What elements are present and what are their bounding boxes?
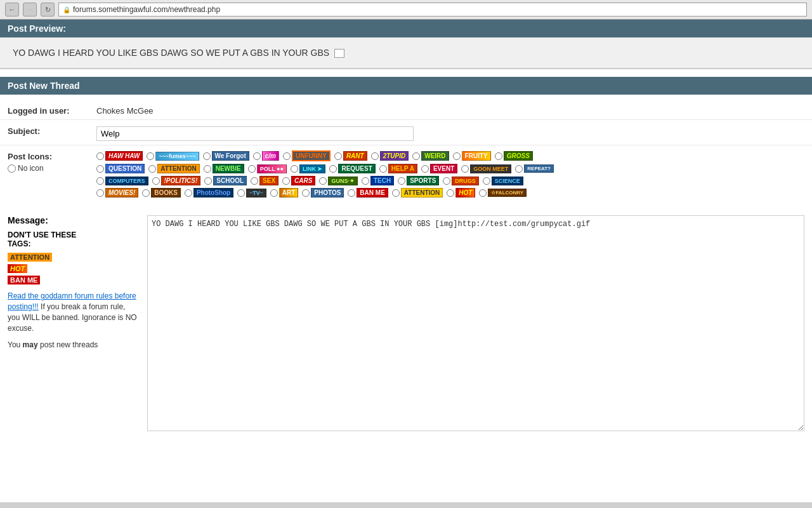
icon-label-photoshop[interactable]: PhotoShop: [193, 188, 233, 197]
icon-label-drugs[interactable]: DRUGS: [452, 177, 479, 185]
message-textarea[interactable]: [147, 215, 804, 431]
icon-radio-guns[interactable]: [319, 177, 327, 185]
icon-item-photoshop: PhotoShop: [185, 188, 233, 197]
icon-label-books[interactable]: BOOKS: [151, 188, 181, 197]
post-icons-label-text: Post Icons:: [8, 152, 52, 161]
icon-label-banme[interactable]: BAN ME: [357, 188, 388, 197]
icon-label-question[interactable]: QUESTION: [105, 164, 145, 173]
icon-radio-link[interactable]: [291, 165, 298, 173]
icon-radio-art[interactable]: [270, 189, 278, 197]
icon-radio-photos[interactable]: [302, 189, 310, 197]
icon-label-weforgot[interactable]: We Forgot: [212, 151, 249, 161]
icon-radio-fruity[interactable]: [453, 152, 461, 160]
icon-label-help[interactable]: HELP A: [388, 164, 417, 173]
icon-radio-politics[interactable]: [152, 177, 160, 185]
url-path: /newthread.php: [167, 5, 220, 14]
icon-item-movies: MOVIES!: [96, 188, 138, 197]
icon-radio-sports[interactable]: [398, 177, 405, 185]
icon-label-photos[interactable]: PHOTOS: [311, 188, 344, 197]
no-icon-radio[interactable]: [8, 164, 16, 173]
icon-radio-science[interactable]: [483, 177, 490, 185]
subject-input[interactable]: [96, 126, 414, 141]
icon-label-sports[interactable]: SPORTS: [407, 176, 439, 185]
icon-label-newbie[interactable]: NEWBIE: [213, 164, 244, 173]
icon-label-fumes[interactable]: ~~~fumes~~~: [155, 152, 199, 161]
icon-label-falconry[interactable]: ☆FALCONRY: [488, 189, 527, 197]
icon-radio-cars[interactable]: [282, 177, 290, 185]
you-may-section: You may post new threads: [8, 340, 140, 351]
icon-radio-drugs[interactable]: [443, 177, 450, 185]
icon-item-haw: HAW HAW: [96, 151, 143, 161]
icon-radio-repeat[interactable]: [515, 165, 523, 173]
icon-label-stupid[interactable]: 2TUPID: [380, 151, 409, 161]
icon-label-poll[interactable]: POLL ●●: [257, 164, 287, 173]
icon-radio-goonmeet[interactable]: [461, 165, 469, 173]
icon-label-fruity[interactable]: FRUITY: [462, 151, 491, 161]
icon-radio-rant[interactable]: [334, 152, 342, 160]
icon-label-gross[interactable]: GROSS: [504, 151, 533, 161]
icon-item-falconry: ☆FALCONRY: [479, 189, 527, 197]
icon-radio-event[interactable]: [421, 165, 429, 173]
icon-radio-tech[interactable]: [362, 177, 369, 185]
icon-radio-poll[interactable]: [248, 165, 256, 173]
icon-radio-request[interactable]: [329, 165, 337, 173]
icon-radio-photoshop[interactable]: [185, 189, 192, 197]
icon-label-science[interactable]: SCIENCE: [492, 177, 523, 185]
icon-radio-unfunny[interactable]: [283, 152, 291, 160]
icon-label-guns[interactable]: GUNS·✦: [328, 177, 358, 185]
address-bar[interactable]: 🔒 forums.somethingawful.com/newthread.ph…: [58, 3, 807, 17]
icon-radio-attention2[interactable]: [392, 189, 400, 197]
icon-label-movies[interactable]: MOVIES!: [105, 188, 138, 197]
icon-radio-banme[interactable]: [348, 189, 355, 197]
icon-label-hot[interactable]: HOT: [455, 188, 475, 197]
icon-item-event: EVENT: [421, 164, 457, 173]
icon-label-school[interactable]: SCHOOL: [213, 176, 247, 185]
icon-label-event[interactable]: EVENT: [430, 164, 457, 173]
icon-label-attention2[interactable]: ATTENTION: [401, 188, 443, 197]
icon-label-goonmeet[interactable]: GOON MEET: [470, 164, 511, 173]
icon-label-rant[interactable]: RANT: [343, 151, 367, 161]
forward-button[interactable]: →: [23, 3, 37, 17]
icon-radio-attention[interactable]: [148, 165, 156, 173]
icon-radio-haw[interactable]: [96, 152, 104, 160]
icon-radio-help[interactable]: [379, 165, 387, 173]
icon-radio-sex[interactable]: [251, 177, 258, 185]
no-icon-label[interactable]: No icon: [8, 164, 96, 173]
back-button[interactable]: ←: [5, 3, 19, 17]
icon-label-unfunny[interactable]: UNFUNNY: [292, 150, 331, 161]
icon-label-cars[interactable]: CARS: [291, 176, 315, 185]
icon-label-computers[interactable]: COMPUTERS: [105, 177, 148, 185]
icon-item-newbie: NEWBIE: [204, 164, 244, 173]
icon-radio-weforgot[interactable]: [203, 152, 211, 160]
icon-label-haw[interactable]: HAW HAW: [105, 151, 143, 161]
icon-radio-tv[interactable]: [237, 189, 245, 197]
subject-value: [96, 124, 804, 141]
icon-radio-hot[interactable]: [447, 189, 454, 197]
icon-label-link[interactable]: LINK ➤: [299, 164, 326, 173]
icon-label-request[interactable]: REQUEST: [338, 164, 375, 173]
icon-radio-cin[interactable]: [253, 152, 261, 160]
icon-radio-stupid[interactable]: [371, 152, 379, 160]
icon-label-weird[interactable]: WEIRD: [421, 151, 449, 161]
icon-item-art: ART: [270, 188, 299, 197]
icon-label-art[interactable]: ART: [279, 188, 299, 197]
icon-radio-gross[interactable]: [495, 152, 502, 160]
icon-label-tech[interactable]: TECH: [370, 176, 394, 185]
icon-label-attention[interactable]: ATTENTION: [157, 164, 199, 173]
icon-radio-newbie[interactable]: [204, 165, 211, 173]
icon-label-repeat[interactable]: REPEAT?: [524, 164, 554, 173]
icon-radio-movies[interactable]: [96, 189, 104, 197]
icon-radio-question[interactable]: [96, 165, 104, 173]
icon-radio-books[interactable]: [142, 189, 150, 197]
refresh-button[interactable]: ↻: [41, 3, 55, 17]
icon-label-cin[interactable]: c/m: [262, 151, 279, 161]
icon-radio-school[interactable]: [204, 177, 212, 185]
icon-item-computers: COMPUTERS: [96, 177, 148, 185]
icon-radio-fumes[interactable]: [147, 152, 154, 160]
icon-label-sex[interactable]: SEX: [259, 176, 278, 185]
icon-radio-computers[interactable]: [96, 177, 104, 185]
icon-label-tv[interactable]: ··TV··: [246, 189, 266, 197]
icon-label-politics[interactable]: !POLITICS!: [161, 176, 201, 185]
icon-radio-falconry[interactable]: [479, 189, 487, 197]
icon-radio-weird[interactable]: [412, 152, 420, 160]
